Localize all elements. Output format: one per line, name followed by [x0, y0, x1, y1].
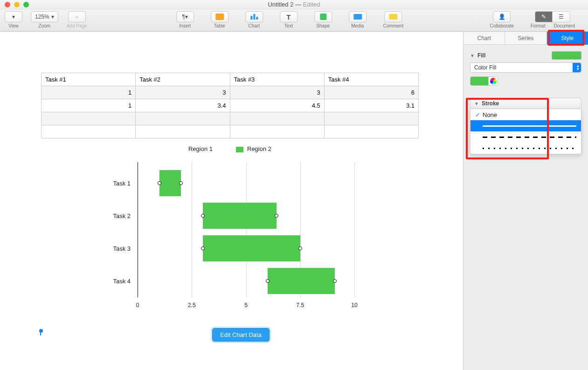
color-wheel-icon	[490, 78, 497, 84]
text-button[interactable]: T	[280, 11, 297, 22]
view-button[interactable]: ▾	[5, 11, 22, 22]
stroke-option-dotted[interactable]	[470, 143, 581, 154]
comment-button[interactable]	[384, 11, 402, 22]
stroke-style-menu[interactable]: ✓None	[470, 109, 581, 154]
dashed-line-icon	[483, 137, 576, 138]
media-icon	[353, 14, 362, 20]
title-bar: Untitled 2 — Edited	[0, 0, 588, 9]
legend-swatch	[236, 147, 243, 152]
table-button[interactable]	[211, 11, 228, 22]
solid-line-icon	[483, 125, 576, 127]
shape-button[interactable]	[314, 11, 332, 22]
document-canvas[interactable]: Task #1 Task #2 Task #3 Task #4 1336 13.…	[0, 32, 463, 370]
chart-legend: Region 1 Region 2	[41, 145, 419, 152]
data-table[interactable]: Task #1 Task #2 Task #3 Task #4 1336 13.…	[41, 73, 419, 138]
table-header[interactable]: Task #4	[324, 73, 418, 86]
zoom-select[interactable]: 125%▾	[31, 11, 58, 22]
format-toggle[interactable]: ✎	[535, 11, 553, 22]
comment-icon	[389, 14, 397, 20]
table-header[interactable]: Task #3	[230, 73, 324, 86]
ruler-pin-icon[interactable]	[40, 329, 43, 336]
edit-chart-data-button[interactable]: Edit Chart Data	[212, 328, 270, 342]
fill-section-header[interactable]: ▼Fill	[470, 51, 581, 60]
collaborate-icon: 👤	[498, 14, 505, 20]
add-page-label: Add Page	[67, 23, 87, 28]
chart-button[interactable]	[245, 11, 263, 22]
format-inspector: Chart Series Style ▼Fill Color Fill▴▾ ▼S…	[463, 32, 588, 370]
document-icon: ☰	[559, 14, 564, 20]
disclosure-icon: ▼	[470, 53, 475, 58]
toolbar: ▾ View 125%▾ Zoom ＋ Add Page ¶▾Insert Ta…	[0, 9, 588, 32]
stroke-option-dashed[interactable]	[470, 131, 581, 143]
fill-type-select[interactable]: Color Fill▴▾	[470, 62, 581, 73]
insert-button[interactable]: ¶▾	[176, 11, 194, 22]
format-icon: ✎	[541, 14, 546, 20]
disclosure-icon: ▼	[474, 101, 479, 106]
stroke-option-solid[interactable]	[470, 120, 581, 131]
window-title: Untitled 2 — Edited	[0, 1, 588, 8]
checkmark-icon: ✓	[475, 111, 480, 118]
shape-icon	[320, 14, 326, 20]
tab-style[interactable]: Style	[547, 32, 588, 45]
table-header[interactable]: Task #1	[42, 73, 136, 86]
collaborate-button[interactable]: 👤	[493, 11, 511, 22]
table-icon	[215, 14, 224, 20]
stroke-section-header[interactable]: ▼Stroke	[470, 98, 581, 109]
table-header[interactable]: Task #2	[136, 73, 230, 86]
media-button[interactable]	[349, 11, 367, 22]
add-page-button: ＋	[68, 11, 86, 22]
view-label: View	[8, 23, 19, 28]
tab-chart[interactable]: Chart	[463, 32, 505, 45]
text-icon: T	[286, 13, 291, 21]
dotted-line-icon	[483, 148, 576, 149]
stroke-option-none[interactable]: ✓None	[470, 109, 581, 120]
chart-icon	[250, 14, 258, 20]
gantt-chart[interactable]: 02.557.510Task 1Task 2Task 3Task 4	[103, 162, 368, 316]
tab-series[interactable]: Series	[505, 32, 546, 45]
zoom-label: Zoom	[39, 23, 51, 28]
fill-preview-swatch	[552, 51, 581, 60]
fill-color-button[interactable]	[470, 76, 498, 86]
document-toggle[interactable]: ☰	[553, 11, 570, 22]
